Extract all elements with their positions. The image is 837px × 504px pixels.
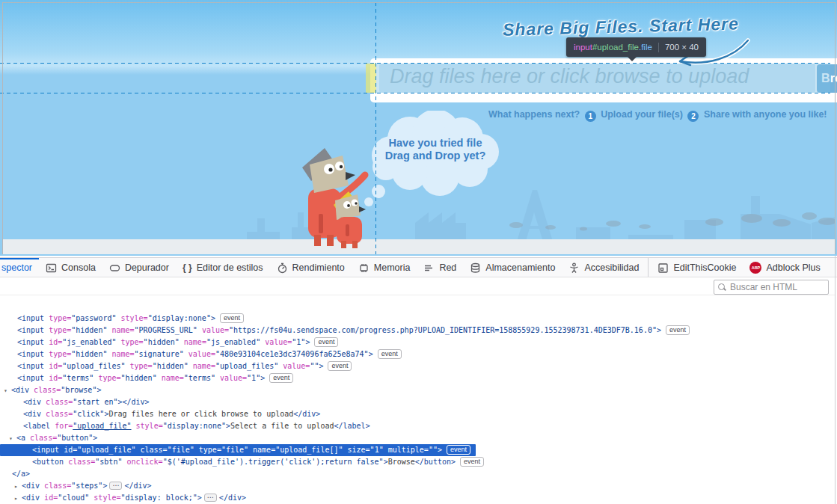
syntax-token: value= [283,362,310,370]
syntax-token: style= [93,494,120,502]
syntax-token: "file" [221,446,253,454]
styles-icon: { } [183,262,192,273]
syntax-token: "terms" [62,374,98,382]
markup-line[interactable]: ▸<div class="steps">⋯</div> [0,480,157,492]
search-input[interactable]: Buscar en HTML [714,280,829,295]
drag-drop-hint-line1: Have you tried file [372,137,499,150]
event-badge[interactable]: event [378,349,402,359]
syntax-token: "file" [168,446,199,454]
markup-line[interactable]: ▾<div class="browse"> [0,384,106,396]
markup-line-selected[interactable]: <input id="upload_file" class="file" typ… [0,444,476,456]
markup-line[interactable]: <input id="upload_files" type="hidden" n… [0,360,357,372]
syntax-token: Select a file to upload [230,422,334,430]
syntax-token: </div> [124,482,151,490]
syntax-token: > [96,386,101,394]
syntax-token: "upload_file" [77,446,140,454]
markup-line[interactable]: <div class="start en"></div> [0,396,155,408]
event-badge[interactable]: event [447,445,470,455]
syntax-token: type= [49,350,71,358]
smoke-clouds [486,200,836,236]
markup-line[interactable]: <label for="upload_file" style="display:… [0,420,375,432]
tab-label: Rendimiento [292,262,345,273]
markup-line[interactable]: <input id="terms" type="hidden" name="te… [0,372,298,384]
collapsed-ellipsis-badge[interactable]: ⋯ [109,482,122,490]
syntax-token: "1" [292,338,305,346]
syntax-token: <input [17,326,49,334]
syntax-token: "password" [71,314,120,322]
syntax-token: "1" [370,446,388,454]
syntax-token: "button" [57,434,93,442]
expand-twisty-icon[interactable]: ▸ [14,481,22,493]
syntax-token: id= [49,374,62,382]
event-badge[interactable]: event [328,361,352,371]
cookie-icon [657,262,669,274]
tab-spector[interactable]: spector [0,258,39,277]
syntax-token: <div [23,410,46,418]
tab-editor-de-estilos[interactable]: { }Editor de estilos [176,258,270,277]
syntax-token: id= [49,362,62,370]
syntax-token: onclick= [126,458,162,466]
event-badge[interactable]: event [314,337,338,347]
expand-twisty-icon[interactable]: ▾ [9,433,16,445]
event-badge[interactable]: event [269,373,293,383]
tab-red[interactable]: Red [417,258,463,277]
markup-line[interactable]: <button class="sbtn" onclick="$('#upload… [0,456,489,468]
webpage-viewport: Have you tried file Drag and Drop yet? [0,0,837,256]
expand-twisty-icon[interactable]: ▸ [14,493,22,504]
memory-icon [358,262,370,274]
syntax-token: "sbtn" [95,458,126,466]
tab-label: Editor de estilos [197,262,263,273]
tab-rendimiento[interactable]: Rendimiento [270,258,352,277]
collapsed-ellipsis-badge[interactable]: ⋯ [204,494,217,502]
syntax-token: "display: block;" [120,494,197,502]
syntax-token: type= [130,362,153,370]
infobar-class: .file [639,43,652,52]
tab-label: Depurador [125,262,169,273]
syntax-token: size= [348,446,370,454]
drag-drop-hint: Have you tried file Drag and Drop yet? [372,137,499,162]
tab-accesibilidad[interactable]: Accesibilidad [562,258,646,277]
event-badge[interactable]: event [666,325,690,335]
syntax-token: </label> [334,422,370,430]
event-badge[interactable]: event [220,313,244,323]
markup-line[interactable]: ▾<a class="button"> [0,432,102,444]
infobar-separator [658,43,659,52]
markup-view[interactable]: <input type="password" style="display:no… [0,295,835,504]
tab-almacenamiento[interactable]: Almacenamiento [463,258,562,277]
markup-line[interactable]: <div class="click">Drag files here or cl… [0,408,325,420]
syntax-token: Browse [388,458,415,466]
expand-twisty-icon[interactable]: ▾ [4,385,11,397]
markup-line[interactable]: </a> [0,468,35,480]
syntax-token: id= [44,494,58,502]
tab-depurador[interactable]: Depurador [102,258,176,277]
panel-splitter[interactable] [835,256,836,504]
tab-memoria[interactable]: Memoria [352,258,417,277]
syntax-token: name= [193,362,215,370]
tab-adblock-plus[interactable]: ABPAdblock Plus [743,258,827,277]
markup-line[interactable]: <input type="hidden" name="PROGRESS_URL"… [0,325,695,336]
markup-line[interactable]: <input id="js_enabled" type="hidden" nam… [0,336,343,348]
syntax-token: "PROGRESS_URL" [135,326,202,334]
syntax-token: "480e93104ce1e3dc374096fa625e8a74" [215,350,369,358]
syntax-token: <div [23,398,46,406]
syntax-token: "steps" [71,482,102,490]
syntax-token: "cloud" [58,494,93,502]
tab-editthiscookie[interactable]: EditThisCookie [648,258,743,277]
syntax-token: ></div> [117,398,149,406]
markup-line[interactable]: <input type="password" style="display:no… [0,313,249,325]
syntax-token: <label [23,422,55,430]
markup-line[interactable]: <input type="hidden" name="signature" va… [0,348,407,360]
syntax-token: <input [17,362,49,370]
markup-line[interactable]: ▸<div id="cloud" style="display: block;"… [0,492,251,504]
tab-consola[interactable]: Consola [39,258,102,277]
tab-label: spector [1,262,32,273]
syntax-token: "start en" [73,398,117,406]
syntax-token: "display:none" [148,314,211,322]
infobar-selector: input#upload_file.file [574,43,652,52]
syntax-token: <input [32,446,64,454]
headline-annotation: Share Big Files. Start Here [503,13,773,40]
event-badge[interactable]: event [460,457,484,467]
syntax-token: </div> [219,494,246,502]
tab-label: Almacenamiento [485,262,555,273]
syntax-token: </div> [293,410,320,418]
